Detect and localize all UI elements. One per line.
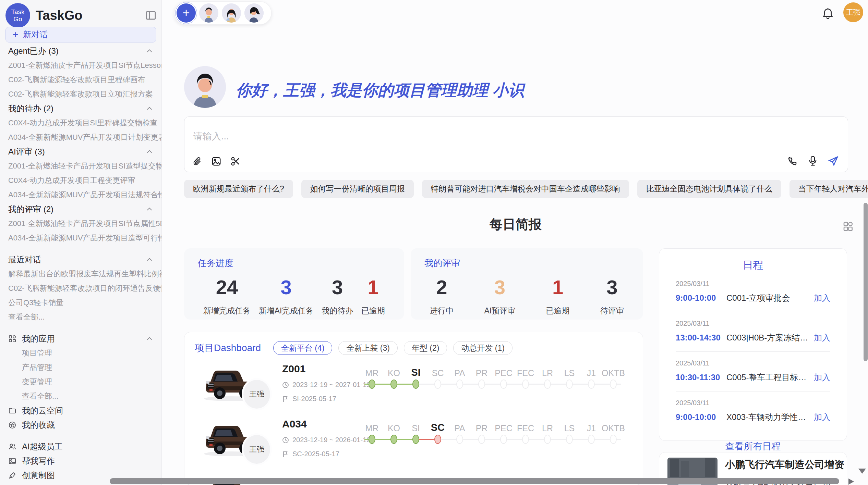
chevron-up-icon	[146, 148, 153, 156]
owner-avatar: 王强	[243, 380, 270, 409]
suggestion-chip[interactable]: 特朗普可能对进口汽车增税会对中国车企造成哪些影响	[422, 180, 629, 198]
list-item[interactable]: C0X4-动力总成开发项目SI里程碑提交物检查	[0, 116, 161, 130]
join-link[interactable]: 加入	[814, 372, 830, 383]
project-row[interactable]: 王强 Z001 2023-12-19 ~ 2027-01-19 SI-2025-…	[184, 361, 643, 414]
tab-all-platform[interactable]: 全新平台 (4)	[273, 341, 333, 355]
section-header-recent[interactable]: 最近对话	[0, 252, 161, 267]
microphone-icon[interactable]	[808, 156, 818, 166]
scissors-icon[interactable]	[230, 156, 241, 166]
stat-overdue: 1已逾期	[361, 277, 385, 316]
vertical-scrollbar-thumb[interactable]	[864, 203, 868, 361]
event-title: C001-立项审批会	[726, 293, 809, 303]
divider	[0, 249, 161, 249]
send-icon[interactable]	[828, 156, 839, 166]
list-item[interactable]: C02-飞腾新能源轻客改款项目的闭环通告反馈情况	[0, 281, 161, 296]
app-logo: TaskGo	[5, 3, 30, 28]
list-item[interactable]: Z001-全新燃油轻卡产品开发项目SI造型提交物评审	[0, 159, 161, 173]
join-link[interactable]: 加入	[814, 332, 830, 343]
add-conversation-button[interactable]: +	[177, 3, 196, 23]
phone-icon[interactable]	[787, 156, 798, 166]
tab-model-year[interactable]: 年型 (2)	[404, 341, 447, 355]
clock-icon	[282, 437, 289, 444]
daily-brief-title: 每日简报	[184, 216, 847, 233]
attachment-icon[interactable]	[193, 156, 202, 166]
avatar[interactable]	[244, 3, 264, 23]
schedule-item: 2025/03/11 9:00-10:00 C001-立项审批会 加入	[676, 272, 830, 312]
suggestion-chip[interactable]: 欧洲新规最近颁布了什么?	[184, 180, 293, 198]
tab-new-body[interactable]: 全新上装 (3)	[338, 341, 398, 355]
new-chat-button[interactable]: + 新对话	[5, 27, 156, 42]
project-flag: SC-2025-05-17	[282, 450, 370, 458]
event-date: 2025/03/11	[676, 399, 830, 407]
event-time: 9:00-10:00	[676, 293, 726, 303]
assistant-avatar	[184, 66, 226, 108]
recent-view-all[interactable]: 查看全部...	[0, 310, 161, 324]
join-link[interactable]: 加入	[814, 412, 830, 423]
stat-new-done: 24新增完成任务	[203, 277, 251, 316]
folder-icon	[8, 407, 16, 415]
sidebar-item-project-mgmt[interactable]: 项目管理	[0, 346, 161, 360]
conversation-avatars-pill: +	[174, 1, 272, 25]
suggestion-chip[interactable]: 比亚迪全固态电池计划具体说了什么	[637, 180, 781, 198]
section-header-my-todo[interactable]: 我的待办 (2)	[0, 101, 161, 116]
list-item[interactable]: A034-全新新能源MUV产品开发项目法规符合性评审	[0, 188, 161, 202]
sidebar-item-cloud-space[interactable]: 我的云空间	[0, 403, 161, 418]
sidebar-item-favorites[interactable]: 我的收藏	[0, 418, 161, 432]
horizontal-scrollbar-thumb[interactable]	[110, 478, 839, 484]
view-all-schedule-link[interactable]: 查看所有日程	[676, 440, 830, 452]
image-upload-icon[interactable]	[211, 156, 221, 166]
sidebar-item-product-mgmt[interactable]: 产品管理	[0, 360, 161, 375]
suggestion-chip[interactable]: 如何写一份清晰的项目周报	[301, 180, 414, 198]
people-icon	[8, 443, 16, 451]
avatar[interactable]	[222, 3, 241, 23]
schedule-item: 2025/03/11 10:30-11:30 C005-整车工程目标评审 加入	[676, 352, 830, 391]
avatar[interactable]	[199, 3, 218, 23]
section-header-my-review[interactable]: 我的评审 (2)	[0, 202, 161, 216]
tab-powertrain[interactable]: 动总开发 (1)	[453, 341, 513, 355]
list-item[interactable]: C0X4-动力总成开发项目工程变更评审	[0, 173, 161, 188]
divider	[0, 328, 161, 328]
project-row[interactable]: 王强 A034 2023-12-19 ~ 2026-01-19 SC-2025-…	[184, 416, 643, 469]
list-item[interactable]: C02-飞腾新能源轻客改款项目立项汇报方案	[0, 87, 161, 101]
greeting-title: 你好，王强，我是你的项目管理助理 小识	[236, 80, 524, 101]
app-title: TaskGo	[36, 8, 83, 23]
join-link[interactable]: 加入	[814, 293, 830, 303]
scroll-down-arrow-icon[interactable]	[858, 469, 866, 474]
event-title: C003|H0B-方案冻结评审	[726, 332, 809, 343]
chat-input[interactable]	[193, 131, 605, 142]
sidebar-collapse-icon[interactable]	[146, 11, 156, 20]
notification-bell-icon[interactable]	[822, 8, 834, 21]
stat-new-ai-done: 3新增AI完成任务	[259, 277, 314, 316]
list-item[interactable]: A034-全新新能源MUV产品开发项目造型可行性评审	[0, 231, 161, 245]
clock-icon	[282, 382, 289, 388]
pen-icon	[8, 471, 16, 480]
section-header-my-apps[interactable]: 我的应用	[0, 332, 161, 346]
chevron-up-icon	[146, 47, 153, 55]
list-item[interactable]: Z001-全新燃油轻卡产品开发项目SI节点属性5D文件评审	[0, 216, 161, 231]
list-item[interactable]: C02-飞腾新能源轻客改款项目里程碑画布	[0, 73, 161, 87]
apps-view-all[interactable]: 查看全部...	[0, 389, 161, 403]
chevron-up-icon	[146, 335, 153, 343]
list-item[interactable]: 解释最新出台的欧盟报废车法规再生塑料比例被调至15%...	[0, 267, 161, 281]
logo-row: TaskGo TaskGo	[5, 3, 156, 28]
section-header-ai-review[interactable]: AI评审 (3)	[0, 145, 161, 159]
flag-icon	[282, 451, 289, 458]
sidebar-item-ai-employee[interactable]: AI超级员工	[0, 439, 161, 454]
event-time: 9:00-10:00	[676, 412, 726, 422]
project-dashboard-card: 项目Dashboard 全新平台 (4) 全新上装 (3) 年型 (2) 动总开…	[184, 332, 643, 485]
composer	[184, 116, 848, 172]
scroll-right-arrow-icon[interactable]	[848, 478, 854, 485]
card-title: 我的评审	[424, 257, 629, 269]
user-avatar[interactable]: 王强	[843, 2, 863, 22]
schedule-item: 2025/03/11 13:00-14:30 C003|H0B-方案冻结评审 加…	[676, 312, 830, 352]
list-item[interactable]: A034-全新新能源MUV产品开发项目计划变更表编写	[0, 130, 161, 145]
layout-grid-icon[interactable]	[843, 221, 854, 233]
list-item[interactable]: 公司Q3轻卡销量	[0, 296, 161, 310]
sidebar-item-help-write[interactable]: 帮我写作	[0, 454, 161, 468]
list-item[interactable]: Z001-全新燃油皮卡产品开发项目SI节点Lesson Learn报告	[0, 58, 161, 73]
suggestion-chip[interactable]: 当下年轻人对汽车外观有怎样的喜好趋势	[789, 180, 868, 198]
section-header-agent-done[interactable]: Agent已办 (3)	[0, 44, 161, 58]
sidebar-item-change-mgmt[interactable]: 变更管理	[0, 375, 161, 389]
schedule-card: 日程 2025/03/11 9:00-10:00 C001-立项审批会 加入 2…	[659, 248, 847, 441]
stat-ai-prereview: 3AI预评审	[484, 277, 515, 316]
